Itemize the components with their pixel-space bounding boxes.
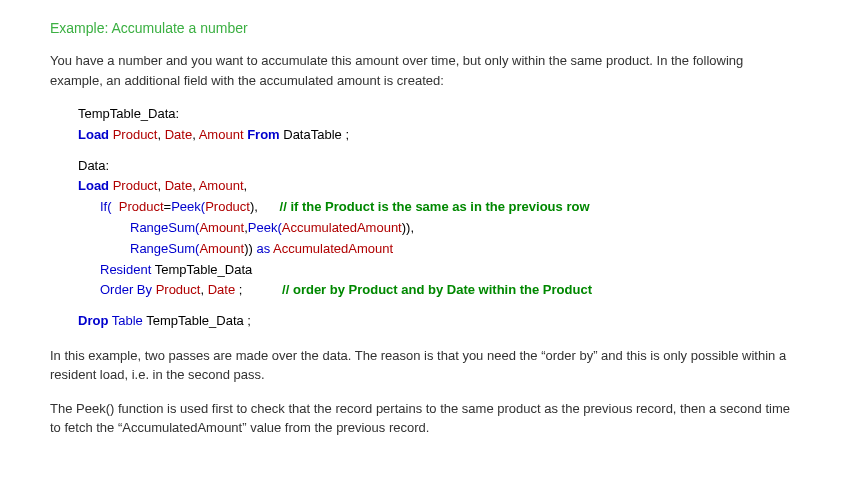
- comma: ,: [157, 127, 164, 142]
- field-date: Date: [208, 282, 235, 297]
- field-amount: Amount: [199, 220, 244, 235]
- code-line: TempTable_Data:: [78, 104, 797, 125]
- field-product: Product: [109, 178, 157, 193]
- code-line: RangeSum(Amount,Peek(AccumulatedAmount))…: [78, 218, 797, 239]
- comment: // order by Product and by Date within t…: [282, 282, 592, 297]
- code-line: If( Product=Peek(Product), // if the Pro…: [78, 197, 797, 218]
- keyword-table: Table: [108, 313, 142, 328]
- field-product: Product: [112, 199, 164, 214]
- field-amount: Amount: [199, 241, 244, 256]
- keyword-orderby: Order By: [100, 282, 152, 297]
- func-peek: Peek(: [248, 220, 282, 235]
- table-source: DataTable ;: [283, 127, 349, 142]
- comment: // if the Product is the same as in the …: [280, 199, 590, 214]
- field-date: Date: [165, 178, 192, 193]
- keyword-from: From: [244, 127, 284, 142]
- comma: ,: [157, 178, 164, 193]
- field-accumulated: AccumulatedAmount: [270, 241, 393, 256]
- keyword-resident: Resident: [100, 262, 151, 277]
- field-product: Product: [109, 127, 157, 142]
- code-line: Drop Table TempTable_Data ;: [78, 311, 797, 332]
- close-paren: ),: [250, 199, 280, 214]
- keyword-load: Load: [78, 127, 109, 142]
- comma: ,: [200, 282, 207, 297]
- keyword-drop: Drop: [78, 313, 108, 328]
- field-amount: Amount: [199, 127, 244, 142]
- table-name: TempTable_Data ;: [143, 313, 251, 328]
- field-date: Date: [165, 127, 192, 142]
- comma: ,: [244, 178, 248, 193]
- close-paren: )),: [402, 220, 414, 235]
- code-line: Resident TempTable_Data: [78, 260, 797, 281]
- field-product: Product: [152, 282, 200, 297]
- table-label: TempTable_Data:: [78, 106, 179, 121]
- code-line: Load Product, Date, Amount From DataTabl…: [78, 125, 797, 146]
- code-line: Data:: [78, 156, 797, 177]
- explain-paragraph-2: The Peek() function is used first to che…: [50, 399, 797, 438]
- example-heading: Example: Accumulate a number: [50, 18, 797, 39]
- explain-paragraph-1: In this example, two passes are made ove…: [50, 346, 797, 385]
- table-source: TempTable_Data: [151, 262, 252, 277]
- field-accumulated: AccumulatedAmount: [282, 220, 402, 235]
- field-product: Product: [205, 199, 250, 214]
- keyword-as: as: [256, 241, 270, 256]
- func-rangesum: RangeSum(: [130, 220, 199, 235]
- table-label: Data:: [78, 158, 109, 173]
- close-paren: )): [244, 241, 256, 256]
- func-if: If(: [100, 199, 112, 214]
- func-peek: Peek(: [171, 199, 205, 214]
- semicolon: ;: [235, 282, 282, 297]
- keyword-load: Load: [78, 178, 109, 193]
- func-rangesum: RangeSum(: [130, 241, 199, 256]
- intro-paragraph: You have a number and you want to accumu…: [50, 51, 797, 90]
- code-block: TempTable_Data: Load Product, Date, Amou…: [78, 104, 797, 332]
- field-amount: Amount: [199, 178, 244, 193]
- code-line: Order By Product, Date ; // order by Pro…: [78, 280, 797, 301]
- code-line: Load Product, Date, Amount,: [78, 176, 797, 197]
- code-line: RangeSum(Amount)) as AccumulatedAmount: [78, 239, 797, 260]
